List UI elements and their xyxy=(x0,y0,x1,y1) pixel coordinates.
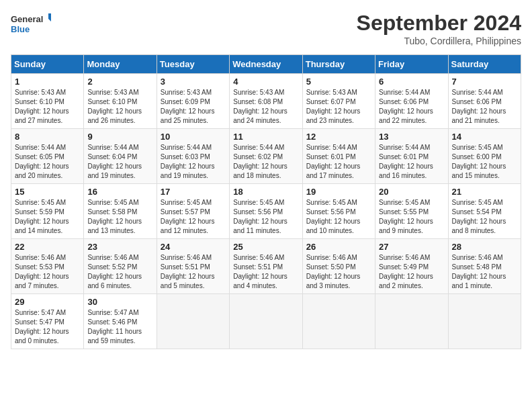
day-cell xyxy=(230,294,302,349)
day-number: 11 xyxy=(233,132,298,142)
day-cell: 21 Sunrise: 5:45 AMSunset: 5:54 PMDaylig… xyxy=(448,184,521,239)
day-number: 19 xyxy=(306,187,371,197)
day-info: Sunrise: 5:47 AMSunset: 5:47 PMDaylight:… xyxy=(15,308,80,346)
day-info: Sunrise: 5:43 AMSunset: 6:10 PMDaylight:… xyxy=(15,88,80,126)
day-number: 9 xyxy=(87,132,152,142)
week-row-2: 8 Sunrise: 5:44 AMSunset: 6:05 PMDayligh… xyxy=(11,129,521,184)
svg-marker-2 xyxy=(48,13,51,24)
day-number: 13 xyxy=(379,132,444,142)
day-number: 21 xyxy=(452,187,517,197)
day-cell: 3 Sunrise: 5:43 AMSunset: 6:09 PMDayligh… xyxy=(157,74,229,129)
day-cell: 19 Sunrise: 5:45 AMSunset: 5:56 PMDaylig… xyxy=(302,184,375,239)
day-number: 28 xyxy=(452,242,517,252)
day-info: Sunrise: 5:46 AMSunset: 5:52 PMDaylight:… xyxy=(87,253,152,291)
day-info: Sunrise: 5:45 AMSunset: 6:00 PMDaylight:… xyxy=(452,143,517,181)
day-info: Sunrise: 5:46 AMSunset: 5:50 PMDaylight:… xyxy=(306,253,371,291)
day-cell: 5 Sunrise: 5:43 AMSunset: 6:07 PMDayligh… xyxy=(302,74,375,129)
day-cell: 23 Sunrise: 5:46 AMSunset: 5:52 PMDaylig… xyxy=(84,239,157,294)
day-cell: 6 Sunrise: 5:44 AMSunset: 6:06 PMDayligh… xyxy=(375,74,448,129)
title-block: September 2024 Tubo, Cordillera, Philipp… xyxy=(357,11,521,46)
day-info: Sunrise: 5:45 AMSunset: 5:55 PMDaylight:… xyxy=(379,198,444,236)
day-info: Sunrise: 5:44 AMSunset: 6:03 PMDaylight:… xyxy=(161,143,226,181)
day-number: 25 xyxy=(233,242,298,252)
day-info: Sunrise: 5:44 AMSunset: 6:05 PMDaylight:… xyxy=(15,143,80,181)
day-cell: 20 Sunrise: 5:45 AMSunset: 5:55 PMDaylig… xyxy=(375,184,448,239)
day-cell xyxy=(375,294,448,349)
day-cell: 25 Sunrise: 5:46 AMSunset: 5:51 PMDaylig… xyxy=(230,239,302,294)
logo: General Blue xyxy=(11,11,51,38)
day-info: Sunrise: 5:43 AMSunset: 6:09 PMDaylight:… xyxy=(161,88,226,126)
week-row-4: 22 Sunrise: 5:46 AMSunset: 5:53 PMDaylig… xyxy=(11,239,521,294)
column-header-thursday: Thursday xyxy=(302,55,375,74)
day-cell: 24 Sunrise: 5:46 AMSunset: 5:51 PMDaylig… xyxy=(157,239,229,294)
day-number: 27 xyxy=(379,242,444,252)
svg-text:Blue: Blue xyxy=(11,24,30,34)
day-info: Sunrise: 5:46 AMSunset: 5:51 PMDaylight:… xyxy=(233,253,298,291)
column-header-friday: Friday xyxy=(375,55,448,74)
month-title: September 2024 xyxy=(357,11,521,36)
day-info: Sunrise: 5:44 AMSunset: 6:01 PMDaylight:… xyxy=(306,143,371,181)
day-cell: 9 Sunrise: 5:44 AMSunset: 6:04 PMDayligh… xyxy=(84,129,157,184)
day-cell: 22 Sunrise: 5:46 AMSunset: 5:53 PMDaylig… xyxy=(11,239,84,294)
day-cell: 13 Sunrise: 5:44 AMSunset: 6:01 PMDaylig… xyxy=(375,129,448,184)
day-number: 2 xyxy=(87,77,152,87)
day-cell: 18 Sunrise: 5:45 AMSunset: 5:56 PMDaylig… xyxy=(230,184,302,239)
day-cell: 17 Sunrise: 5:45 AMSunset: 5:57 PMDaylig… xyxy=(157,184,229,239)
calendar-table: SundayMondayTuesdayWednesdayThursdayFrid… xyxy=(11,54,521,349)
day-info: Sunrise: 5:46 AMSunset: 5:49 PMDaylight:… xyxy=(379,253,444,291)
day-number: 14 xyxy=(452,132,517,142)
day-info: Sunrise: 5:43 AMSunset: 6:10 PMDaylight:… xyxy=(87,88,152,126)
day-info: Sunrise: 5:44 AMSunset: 6:06 PMDaylight:… xyxy=(452,88,517,126)
day-cell: 30 Sunrise: 5:47 AMSunset: 5:46 PMDaylig… xyxy=(84,294,157,349)
day-number: 10 xyxy=(161,132,226,142)
day-cell: 14 Sunrise: 5:45 AMSunset: 6:00 PMDaylig… xyxy=(448,129,521,184)
day-number: 30 xyxy=(87,297,152,307)
svg-text:General: General xyxy=(11,14,43,24)
day-cell: 15 Sunrise: 5:45 AMSunset: 5:59 PMDaylig… xyxy=(11,184,84,239)
column-header-sunday: Sunday xyxy=(11,55,84,74)
day-info: Sunrise: 5:44 AMSunset: 6:06 PMDaylight:… xyxy=(379,88,444,126)
week-row-3: 15 Sunrise: 5:45 AMSunset: 5:59 PMDaylig… xyxy=(11,184,521,239)
day-number: 24 xyxy=(161,242,226,252)
day-info: Sunrise: 5:45 AMSunset: 5:57 PMDaylight:… xyxy=(161,198,226,236)
day-cell: 16 Sunrise: 5:45 AMSunset: 5:58 PMDaylig… xyxy=(84,184,157,239)
day-number: 26 xyxy=(306,242,371,252)
day-cell: 11 Sunrise: 5:44 AMSunset: 6:02 PMDaylig… xyxy=(230,129,302,184)
day-info: Sunrise: 5:44 AMSunset: 6:04 PMDaylight:… xyxy=(87,143,152,181)
day-info: Sunrise: 5:45 AMSunset: 5:58 PMDaylight:… xyxy=(87,198,152,236)
week-row-5: 29 Sunrise: 5:47 AMSunset: 5:47 PMDaylig… xyxy=(11,294,521,349)
day-info: Sunrise: 5:45 AMSunset: 5:59 PMDaylight:… xyxy=(15,198,80,236)
day-number: 29 xyxy=(15,297,80,307)
day-cell: 27 Sunrise: 5:46 AMSunset: 5:49 PMDaylig… xyxy=(375,239,448,294)
column-header-monday: Monday xyxy=(84,55,157,74)
day-info: Sunrise: 5:45 AMSunset: 5:56 PMDaylight:… xyxy=(306,198,371,236)
day-info: Sunrise: 5:46 AMSunset: 5:51 PMDaylight:… xyxy=(161,253,226,291)
day-cell: 4 Sunrise: 5:43 AMSunset: 6:08 PMDayligh… xyxy=(230,74,302,129)
day-number: 17 xyxy=(161,187,226,197)
column-header-tuesday: Tuesday xyxy=(157,55,229,74)
day-number: 3 xyxy=(161,77,226,87)
day-cell: 10 Sunrise: 5:44 AMSunset: 6:03 PMDaylig… xyxy=(157,129,229,184)
week-row-1: 1 Sunrise: 5:43 AMSunset: 6:10 PMDayligh… xyxy=(11,74,521,129)
day-number: 16 xyxy=(87,187,152,197)
subtitle: Tubo, Cordillera, Philippines xyxy=(357,36,521,46)
day-info: Sunrise: 5:46 AMSunset: 5:48 PMDaylight:… xyxy=(452,253,517,291)
day-number: 12 xyxy=(306,132,371,142)
day-number: 20 xyxy=(379,187,444,197)
day-cell: 28 Sunrise: 5:46 AMSunset: 5:48 PMDaylig… xyxy=(448,239,521,294)
day-info: Sunrise: 5:46 AMSunset: 5:53 PMDaylight:… xyxy=(15,253,80,291)
day-info: Sunrise: 5:45 AMSunset: 5:54 PMDaylight:… xyxy=(452,198,517,236)
day-number: 5 xyxy=(306,77,371,87)
day-info: Sunrise: 5:43 AMSunset: 6:08 PMDaylight:… xyxy=(233,88,298,126)
day-number: 22 xyxy=(15,242,80,252)
day-number: 8 xyxy=(15,132,80,142)
day-cell: 26 Sunrise: 5:46 AMSunset: 5:50 PMDaylig… xyxy=(302,239,375,294)
day-cell xyxy=(302,294,375,349)
day-info: Sunrise: 5:45 AMSunset: 5:56 PMDaylight:… xyxy=(233,198,298,236)
day-number: 7 xyxy=(452,77,517,87)
day-cell: 2 Sunrise: 5:43 AMSunset: 6:10 PMDayligh… xyxy=(84,74,157,129)
day-cell xyxy=(448,294,521,349)
header-row: SundayMondayTuesdayWednesdayThursdayFrid… xyxy=(11,55,521,74)
day-info: Sunrise: 5:44 AMSunset: 6:02 PMDaylight:… xyxy=(233,143,298,181)
day-cell: 8 Sunrise: 5:44 AMSunset: 6:05 PMDayligh… xyxy=(11,129,84,184)
